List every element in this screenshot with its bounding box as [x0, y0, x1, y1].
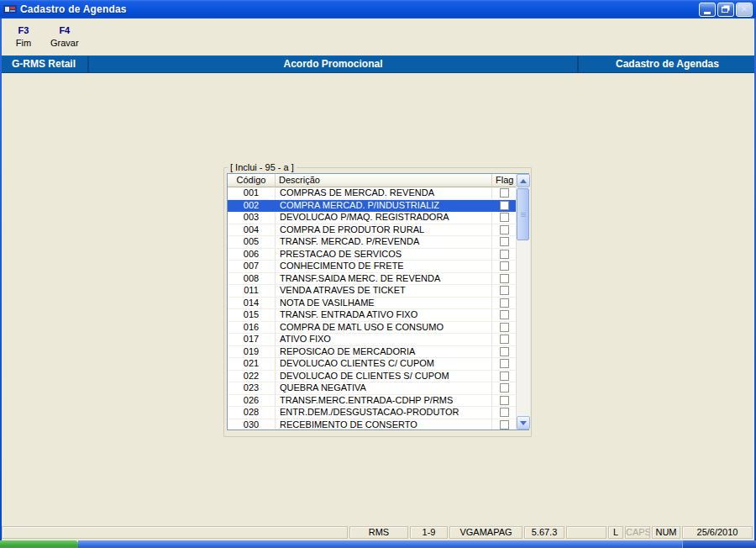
flag-checkbox[interactable] — [500, 201, 509, 210]
status-date-cell: 25/6/2010 — [682, 526, 753, 539]
table-row[interactable]: 026 TRANSF.MERC.ENTRADA-CDHP P/RMS — [228, 395, 516, 408]
flag-checkbox[interactable] — [500, 323, 509, 332]
minimize-button[interactable] — [699, 3, 716, 17]
flag-checkbox[interactable] — [500, 250, 509, 259]
flag-checkbox[interactable] — [500, 396, 509, 405]
row-desc: QUEBRA NEGATIVA — [276, 382, 492, 395]
column-header-codigo[interactable]: Código — [228, 174, 276, 187]
start-button[interactable] — [0, 540, 78, 548]
grid-header: Código Descrição Flag — [228, 174, 516, 187]
fim-label: Fim — [16, 38, 31, 48]
inclui-groupbox: [ Inclui - 95 - a ] Código Descrição Fla… — [223, 162, 532, 437]
table-row[interactable]: 030 RECEBIMENTO DE CONSERTO — [228, 419, 516, 430]
breadcrumb-bar: G-RMS Retail Acordo Promocional Cadastro… — [0, 55, 756, 73]
table-row[interactable]: 023 QUEBRA NEGATIVA — [228, 382, 516, 395]
row-desc: VENDA ATRAVES DE TICKET — [276, 285, 492, 298]
table-row[interactable]: 028 ENTR.DEM./DESGUSTACAO-PRODUTOR — [228, 407, 516, 419]
flag-checkbox[interactable] — [500, 420, 509, 429]
breadcrumb-module: Acordo Promocional — [89, 56, 579, 72]
flag-checkbox[interactable] — [500, 237, 509, 246]
flag-checkbox[interactable] — [500, 213, 509, 222]
f4-key-label: F4 — [59, 25, 70, 35]
breadcrumb-product: G-RMS Retail — [0, 56, 89, 72]
flag-checkbox[interactable] — [500, 274, 509, 283]
restore-button[interactable] — [717, 3, 734, 17]
flag-checkbox[interactable] — [500, 286, 509, 295]
flag-checkbox[interactable] — [500, 298, 509, 308]
row-desc: DEVOLUCAO P/MAQ. REGISTRADORA — [276, 212, 492, 224]
window-frame-left — [0, 18, 2, 540]
flag-checkbox[interactable] — [500, 188, 509, 198]
table-row[interactable]: 011 VENDA ATRAVES DE TICKET — [228, 285, 516, 298]
table-row[interactable]: 006 PRESTACAO DE SERVICOS — [228, 249, 516, 261]
row-desc: COMPRA DE PRODUTOR RURAL — [276, 224, 492, 237]
chevron-up-icon — [520, 179, 527, 183]
status-program-cell: VGAMAPAG — [449, 526, 522, 539]
table-row[interactable]: 005 TRANSF. MERCAD. P/REVENDA — [228, 236, 516, 249]
row-code: 019 — [228, 346, 276, 359]
gravar-label: Gravar — [50, 38, 79, 48]
row-code: 003 — [228, 212, 276, 224]
row-desc: TRANSF. MERCAD. P/REVENDA — [276, 236, 492, 249]
table-row[interactable]: 003 DEVOLUCAO P/MAQ. REGISTRADORA — [228, 212, 516, 224]
table-row[interactable]: 002 COMPRA MERCAD. P/INDUSTRIALIZ — [228, 200, 516, 213]
taskbar-area[interactable] — [78, 540, 682, 548]
table-row[interactable]: 004 COMPRA DE PRODUTOR RURAL — [228, 224, 516, 237]
flag-checkbox[interactable] — [500, 408, 509, 417]
row-code: 030 — [228, 419, 276, 430]
close-button[interactable]: ✕ — [736, 3, 753, 17]
row-code: 022 — [228, 371, 276, 383]
row-desc: RECEBIMENTO DE CONSERTO — [276, 419, 492, 430]
row-desc: TRANSF. ENTRADA ATIVO FIXO — [276, 309, 492, 322]
row-code: 017 — [228, 334, 276, 346]
row-desc: TRANSF.MERC.ENTRADA-CDHP P/RMS — [276, 395, 492, 408]
row-code: 023 — [228, 382, 276, 395]
column-header-descricao[interactable]: Descrição — [276, 174, 492, 187]
status-range-cell: 1-9 — [410, 526, 448, 539]
flag-checkbox[interactable] — [500, 225, 509, 234]
f3-key-label: F3 — [18, 25, 29, 35]
table-row[interactable]: 007 CONHECIMENTO DE FRETE — [228, 261, 516, 273]
flag-checkbox[interactable] — [500, 347, 509, 356]
flag-checkbox[interactable] — [500, 359, 509, 368]
table-row[interactable]: 019 REPOSICAO DE MERCADORIA — [228, 346, 516, 359]
workspace: [ Inclui - 95 - a ] Código Descrição Fla… — [0, 73, 756, 524]
flag-checkbox[interactable] — [500, 371, 509, 381]
row-code: 004 — [228, 224, 276, 237]
scroll-down-button[interactable] — [517, 416, 530, 429]
row-desc: ENTR.DEM./DESGUSTACAO-PRODUTOR — [276, 407, 492, 419]
scrollbar-track[interactable] — [517, 187, 530, 416]
table-row[interactable]: 015 TRANSF. ENTRADA ATIVO FIXO — [228, 309, 516, 322]
table-row[interactable]: 016 COMPRA DE MATL USO E CONSUMO — [228, 322, 516, 335]
table-row[interactable]: 021 DEVOLUCAO CLIENTES C/ CUPOM — [228, 358, 516, 371]
row-code: 008 — [228, 273, 276, 286]
status-version-cell: 5.67.3 — [524, 526, 564, 539]
row-code: 007 — [228, 261, 276, 273]
flag-checkbox[interactable] — [500, 335, 509, 344]
row-desc: DEVOLUCAO DE CLIENTES S/ CUPOM — [276, 371, 492, 383]
scrollbar-thumb[interactable] — [517, 188, 529, 240]
row-code: 016 — [228, 322, 276, 335]
vertical-scrollbar[interactable] — [516, 174, 530, 429]
grid-main: Código Descrição Flag 001 COMPRAS DE MER… — [228, 174, 516, 429]
table-row[interactable]: 014 NOTA DE VASILHAME — [228, 298, 516, 310]
f4-gravar-button[interactable]: F4 Gravar — [45, 24, 84, 50]
flag-checkbox[interactable] — [500, 310, 509, 319]
status-num-cell: NUM — [652, 526, 680, 539]
status-caps-cell: CAPS — [625, 526, 650, 539]
flag-checkbox[interactable] — [500, 383, 509, 393]
chevron-down-icon — [520, 421, 527, 425]
scroll-up-button[interactable] — [517, 174, 530, 187]
table-row[interactable]: 001 COMPRAS DE MERCAD. REVENDA — [228, 187, 516, 200]
table-row[interactable]: 017 ATIVO FIXO — [228, 334, 516, 346]
table-row[interactable]: 008 TRANSF.SAIDA MERC. DE REVENDA — [228, 273, 516, 286]
row-desc: COMPRA MERCAD. P/INDUSTRIALIZ — [276, 200, 492, 213]
row-code: 015 — [228, 309, 276, 322]
system-tray[interactable] — [682, 540, 756, 548]
f3-fim-button[interactable]: F3 Fim — [8, 24, 39, 50]
table-row[interactable]: 022 DEVOLUCAO DE CLIENTES S/ CUPOM — [228, 371, 516, 383]
grid-body: 001 COMPRAS DE MERCAD. REVENDA 002 COMPR… — [228, 187, 516, 429]
row-code: 006 — [228, 249, 276, 261]
flag-checkbox[interactable] — [500, 261, 509, 271]
column-header-flag[interactable]: Flag — [492, 174, 516, 187]
